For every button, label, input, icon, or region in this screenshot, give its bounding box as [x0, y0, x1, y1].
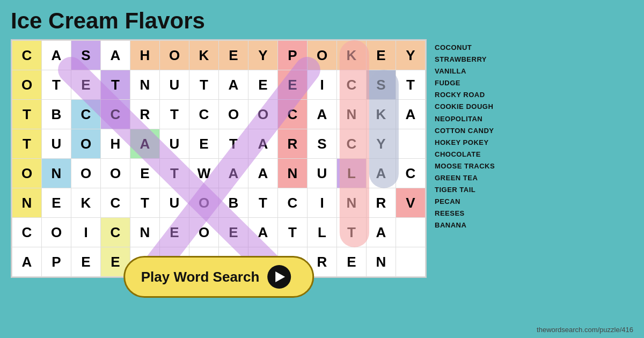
cell-0-0: C [12, 41, 42, 70]
cell-3-2: O [71, 129, 101, 159]
grid-wrapper: C A S A H O K E Y P O K E [11, 39, 427, 330]
cell-2-13: A [396, 100, 426, 129]
cell-6-2: I [71, 218, 101, 247]
cell-2-9: C [278, 100, 308, 129]
main-container: Ice Cream Flavors C A S A H O K [0, 0, 644, 338]
cell-2-10: A [308, 100, 337, 129]
cell-6-10: L [308, 218, 337, 247]
word-list-item-8: HOKEY POKEY [435, 137, 515, 149]
cell-3-11: C [337, 129, 367, 159]
grid-container: C A S A H O K E Y P O K E [11, 39, 427, 278]
cell-5-12: R [367, 188, 396, 218]
cell-3-12: Y [367, 129, 396, 159]
cell-3-3: H [101, 129, 130, 159]
cell-0-7: E [219, 41, 248, 70]
cell-6-11: T [337, 218, 367, 247]
word-list-item-9: CHOCOLATE [435, 149, 515, 160]
cell-2-2: C [71, 100, 101, 129]
cell-4-4: E [130, 159, 160, 188]
cell-5-13: V [396, 188, 426, 218]
footer-url: thewordsearch.com/puzzle/416 [537, 326, 633, 334]
cell-4-13: C [396, 159, 426, 188]
cell-5-0: N [12, 188, 42, 218]
cell-4-9: N [278, 159, 308, 188]
word-list-item-2: VANILLA [435, 65, 515, 77]
cell-4-12: A [367, 159, 396, 188]
cell-3-6: E [189, 129, 219, 159]
cell-3-4: A [130, 129, 160, 159]
cell-2-5: T [160, 100, 189, 129]
word-list-item-7: COTTON CANDY [435, 125, 515, 137]
cell-4-2: O [71, 159, 101, 188]
cell-2-11: N [337, 100, 367, 129]
cell-5-5: U [160, 188, 189, 218]
content-area: C A S A H O K E Y P O K E [11, 39, 633, 330]
cell-4-5: T [160, 159, 189, 188]
cell-2-0: T [12, 100, 42, 129]
cell-6-7: E [219, 218, 248, 247]
cell-1-3: T [101, 70, 130, 100]
play-word-search-button[interactable]: Play Word Search [123, 256, 314, 298]
cell-6-1: O [42, 218, 71, 247]
cell-0-1: A [42, 41, 71, 70]
cell-4-3: O [101, 159, 130, 188]
cell-2-3: C [101, 100, 130, 129]
cell-0-4: H [130, 41, 160, 70]
cell-0-12: E [367, 41, 396, 70]
cell-1-13: T [396, 70, 426, 100]
cell-6-5: E [160, 218, 189, 247]
cell-2-7: O [219, 100, 248, 129]
cell-3-5: U [160, 129, 189, 159]
cell-1-7: A [219, 70, 248, 100]
cell-3-1: U [42, 129, 71, 159]
cell-3-0: T [12, 129, 42, 159]
cell-7-1: P [42, 247, 71, 277]
cell-5-7: B [219, 188, 248, 218]
cell-5-9: C [278, 188, 308, 218]
cell-4-1: N [42, 159, 71, 188]
cell-1-9: E [278, 70, 308, 100]
cell-5-2: K [71, 188, 101, 218]
cell-2-12: K [367, 100, 396, 129]
cell-1-4: N [130, 70, 160, 100]
cell-1-1: T [42, 70, 71, 100]
cell-7-0: A [12, 247, 42, 277]
cell-3-9: R [278, 129, 308, 159]
cell-1-2: E [71, 70, 101, 100]
word-list: COCONUT STRAWBERRY VANILLA FUDGE ROCKY R… [435, 39, 515, 330]
play-button-label: Play Word Search [141, 269, 260, 285]
cell-6-3: C [101, 218, 130, 247]
word-list-item-11: GREEN TEA [435, 172, 515, 184]
cell-0-10: O [308, 41, 337, 70]
cell-1-0: O [12, 70, 42, 100]
word-list-item-3: FUDGE [435, 77, 515, 89]
cell-0-13: Y [396, 41, 426, 70]
word-grid: C A S A H O K E Y P O K E [12, 40, 426, 277]
cell-5-11: N [337, 188, 367, 218]
cell-1-12: S [367, 70, 396, 100]
cell-7-11: E [337, 247, 367, 277]
cell-6-8: A [248, 218, 278, 247]
cell-5-8: T [248, 188, 278, 218]
cell-1-5: U [160, 70, 189, 100]
cell-3-10: S [308, 129, 337, 159]
cell-0-8: Y [248, 41, 278, 70]
cell-2-8: O [248, 100, 278, 129]
cell-4-10: U [308, 159, 337, 188]
cell-3-13 [396, 129, 426, 159]
word-list-item-14: REESES [435, 208, 515, 219]
cell-5-1: E [42, 188, 71, 218]
cell-0-6: K [189, 41, 219, 70]
play-button-overlay: Play Word Search [123, 256, 314, 298]
cell-3-7: T [219, 129, 248, 159]
cell-3-8: A [248, 129, 278, 159]
cell-1-10: I [308, 70, 337, 100]
cell-1-11: C [337, 70, 367, 100]
play-icon [267, 265, 291, 289]
word-list-item-15: BANANA [435, 219, 515, 231]
cell-6-4: N [130, 218, 160, 247]
cell-7-2: E [71, 247, 101, 277]
cell-5-3: C [101, 188, 130, 218]
cell-6-0: C [12, 218, 42, 247]
cell-0-9: P [278, 41, 308, 70]
